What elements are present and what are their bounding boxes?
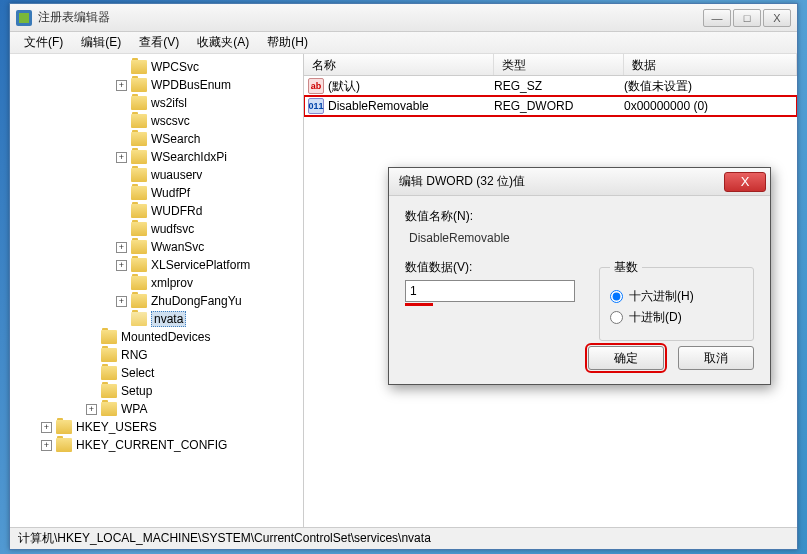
- tree-item-label: MountedDevices: [121, 330, 210, 344]
- tree-item-label: Select: [121, 366, 154, 380]
- dialog-close-button[interactable]: X: [724, 172, 766, 192]
- close-button[interactable]: X: [763, 9, 791, 27]
- tree-item-label: WPA: [121, 402, 147, 416]
- folder-icon: [131, 222, 147, 236]
- folder-icon: [101, 348, 117, 362]
- folder-icon: [131, 96, 147, 110]
- radio-dec-input[interactable]: [610, 311, 623, 324]
- tree-item-label: RNG: [121, 348, 148, 362]
- tree-item-label: nvata: [151, 311, 186, 327]
- tree-item[interactable]: wscsvc: [12, 112, 301, 130]
- tree-item[interactable]: wuauserv: [12, 166, 301, 184]
- folder-icon: [131, 60, 147, 74]
- tree-pane[interactable]: WPCSvc+WPDBusEnumws2ifslwscsvcWSearch+WS…: [10, 54, 304, 527]
- minimize-button[interactable]: —: [703, 9, 731, 27]
- folder-icon: [131, 312, 147, 326]
- tree-item-label: WSearchIdxPi: [151, 150, 227, 164]
- tree-item-label: wuauserv: [151, 168, 202, 182]
- value-name-label: 数值名称(N):: [405, 208, 754, 225]
- expand-icon[interactable]: +: [116, 296, 127, 307]
- folder-icon: [131, 114, 147, 128]
- tree-item[interactable]: xmlprov: [12, 274, 301, 292]
- col-name[interactable]: 名称: [304, 54, 494, 75]
- tree-item-label: ws2ifsl: [151, 96, 187, 110]
- folder-icon: [131, 240, 147, 254]
- tree-item-label: WwanSvc: [151, 240, 204, 254]
- tree-item[interactable]: WUDFRd: [12, 202, 301, 220]
- tree-item[interactable]: WPCSvc: [12, 58, 301, 76]
- tree-item-label: Setup: [121, 384, 152, 398]
- list-row[interactable]: 011DisableRemovableREG_DWORD0x00000000 (…: [304, 96, 797, 116]
- ok-button[interactable]: 确定: [588, 346, 664, 370]
- tree-item[interactable]: +WSearchIdxPi: [12, 148, 301, 166]
- tree-item-label: xmlprov: [151, 276, 193, 290]
- col-type[interactable]: 类型: [494, 54, 624, 75]
- statusbar-path: 计算机\HKEY_LOCAL_MACHINE\SYSTEM\CurrentCon…: [18, 530, 431, 547]
- expand-icon[interactable]: +: [116, 260, 127, 271]
- tree-item[interactable]: +XLServicePlatform: [12, 256, 301, 274]
- value-data-input[interactable]: [405, 280, 575, 302]
- tree-item[interactable]: WSearch: [12, 130, 301, 148]
- tree-item[interactable]: nvata: [12, 310, 301, 328]
- tree-item-label: WPDBusEnum: [151, 78, 231, 92]
- list-header[interactable]: 名称 类型 数据: [304, 54, 797, 76]
- radio-hex-input[interactable]: [610, 290, 623, 303]
- value-name-readonly: DisableRemovable: [405, 229, 754, 253]
- expand-icon[interactable]: +: [116, 242, 127, 253]
- cancel-button[interactable]: 取消: [678, 346, 754, 370]
- expand-icon[interactable]: +: [86, 404, 97, 415]
- dword-value-icon: 011: [308, 98, 324, 114]
- folder-icon: [131, 258, 147, 272]
- string-value-icon: ab: [308, 78, 324, 94]
- folder-icon: [101, 366, 117, 380]
- expand-icon[interactable]: +: [116, 80, 127, 91]
- titlebar[interactable]: 注册表编辑器 — □ X: [10, 4, 797, 32]
- folder-icon: [56, 438, 72, 452]
- tree-item[interactable]: Setup: [12, 382, 301, 400]
- folder-icon: [131, 294, 147, 308]
- tree-item[interactable]: MountedDevices: [12, 328, 301, 346]
- radio-hex[interactable]: 十六进制(H): [610, 288, 743, 305]
- tree-item-label: ZhuDongFangYu: [151, 294, 242, 308]
- tree-item-label: XLServicePlatform: [151, 258, 250, 272]
- maximize-button[interactable]: □: [733, 9, 761, 27]
- tree-item-label: WudfPf: [151, 186, 190, 200]
- expand-icon[interactable]: +: [41, 422, 52, 433]
- menu-favorites[interactable]: 收藏夹(A): [189, 32, 257, 53]
- row-data: 0x00000000 (0): [624, 99, 797, 113]
- tree-item[interactable]: WudfPf: [12, 184, 301, 202]
- regedit-icon: [16, 10, 32, 26]
- tree-item[interactable]: +WwanSvc: [12, 238, 301, 256]
- edit-dword-dialog: 编辑 DWORD (32 位)值 X 数值名称(N): DisableRemov…: [388, 167, 771, 385]
- col-data[interactable]: 数据: [624, 54, 797, 75]
- tree-item-label: HKEY_USERS: [76, 420, 157, 434]
- folder-icon: [131, 186, 147, 200]
- tree-item[interactable]: ws2ifsl: [12, 94, 301, 112]
- expand-icon[interactable]: +: [41, 440, 52, 451]
- tree-item[interactable]: +ZhuDongFangYu: [12, 292, 301, 310]
- tree-item-label: WUDFRd: [151, 204, 202, 218]
- menu-view[interactable]: 查看(V): [131, 32, 187, 53]
- base-groupbox: 基数 十六进制(H) 十进制(D): [599, 259, 754, 341]
- row-name: DisableRemovable: [328, 99, 429, 113]
- expand-icon[interactable]: +: [116, 152, 127, 163]
- tree-item[interactable]: +WPA: [12, 400, 301, 418]
- radio-dec[interactable]: 十进制(D): [610, 309, 743, 326]
- menu-file[interactable]: 文件(F): [16, 32, 71, 53]
- row-type: REG_DWORD: [494, 99, 624, 113]
- menu-help[interactable]: 帮助(H): [259, 32, 316, 53]
- list-row[interactable]: ab(默认)REG_SZ(数值未设置): [304, 76, 797, 96]
- tree-item[interactable]: RNG: [12, 346, 301, 364]
- tree-item[interactable]: wudfsvc: [12, 220, 301, 238]
- tree-item-label: wudfsvc: [151, 222, 194, 236]
- tree-item[interactable]: Select: [12, 364, 301, 382]
- dialog-title: 编辑 DWORD (32 位)值: [399, 173, 724, 190]
- tree-item-label: HKEY_CURRENT_CONFIG: [76, 438, 227, 452]
- dialog-titlebar[interactable]: 编辑 DWORD (32 位)值 X: [389, 168, 770, 196]
- input-underline-highlight: [405, 303, 433, 306]
- tree-item[interactable]: +HKEY_CURRENT_CONFIG: [12, 436, 301, 454]
- tree-item[interactable]: +WPDBusEnum: [12, 76, 301, 94]
- tree-item[interactable]: +HKEY_USERS: [12, 418, 301, 436]
- menubar: 文件(F) 编辑(E) 查看(V) 收藏夹(A) 帮助(H): [10, 32, 797, 54]
- menu-edit[interactable]: 编辑(E): [73, 32, 129, 53]
